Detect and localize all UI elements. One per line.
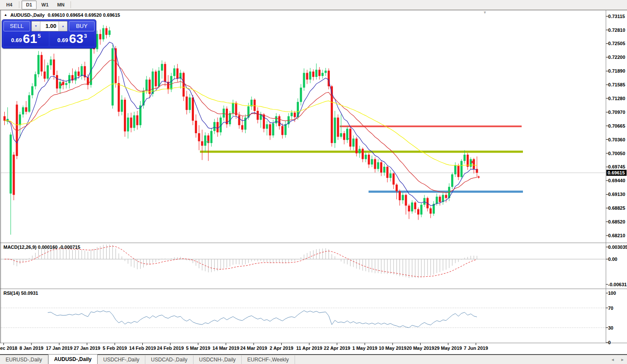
- price-axis-label: 0.71280: [608, 96, 625, 101]
- price-axis-label: 0.69130: [608, 192, 625, 197]
- sell-price-prefix: 0.69: [11, 37, 22, 43]
- price-axis-label: 0.68210: [608, 233, 625, 238]
- price-axis-label: 0.70050: [608, 151, 625, 156]
- date-axis-label: 5 Feb 2019: [103, 346, 127, 351]
- volume-decrease-button[interactable]: ▼: [32, 21, 40, 31]
- buy-price-big: 63: [69, 32, 83, 45]
- price-axis-label: 0.72505: [608, 41, 625, 46]
- tab-audusd-daily[interactable]: AUDUSD-,Daily: [48, 354, 98, 364]
- rsi-axis-label: 0: [608, 340, 611, 345]
- date-axis-label: 17 Jan 2019: [46, 346, 73, 351]
- rsi-label: RSI(14) 50.0931: [3, 291, 38, 296]
- price-axis-label: 0.71890: [608, 68, 625, 73]
- buy-price-prefix: 0.69: [57, 37, 68, 43]
- one-click-trade-panel: SELL ▼ 1.00 ▲ BUY 0.69 61 5 0.69 63 3: [2, 19, 96, 49]
- date-axis-label: 2 Apr 2019: [270, 346, 293, 351]
- price-axis-label: 0.70970: [608, 110, 625, 115]
- macd-axis-label: 0.00: [608, 257, 617, 262]
- ema-fast-line: [5, 42, 477, 205]
- tab-scroll-right-button[interactable]: ►: [621, 358, 624, 362]
- rsi-line: [48, 311, 477, 328]
- date-axis-label: 7 Jun 2019: [464, 346, 488, 351]
- date-axis-label: 14 Feb 2019: [129, 346, 156, 351]
- buy-price-display[interactable]: 0.69 63 3: [50, 31, 95, 46]
- date-axis-label: 30 Dec 2018: [0, 346, 17, 351]
- chart-tab-bar: EURUSD-,DailyAUDUSD-,DailyUSDCHF-,DailyU…: [0, 354, 627, 364]
- date-axis-label: 29 May 2019: [434, 346, 462, 351]
- date-axis-label: 8 Jan 2019: [19, 346, 43, 351]
- date-axis-label: 11 Apr 2019: [296, 346, 323, 351]
- tab-eurusd-daily[interactable]: EURUSD-,Daily: [0, 355, 48, 364]
- macd-axis-label: 0.003035: [608, 245, 627, 250]
- date-axis-label: 24 Mar 2019: [240, 346, 267, 351]
- tab-usdcnh-daily[interactable]: USDCNH-,Daily: [194, 355, 242, 364]
- price-axis-label: 0.69440: [608, 178, 625, 183]
- price-axis-label: 0.71585: [608, 82, 625, 87]
- date-axis-label: 24 Feb 2019: [157, 346, 184, 351]
- timeframe-button-w1[interactable]: W1: [37, 0, 52, 9]
- macd-label: MACD(12,26,9) 0.000160 -0.000715: [3, 245, 80, 250]
- macd-axis-label: -0.00631: [608, 282, 627, 287]
- date-axis-label: 1 May 2019: [352, 346, 377, 351]
- toolbar-separator: [71, 1, 71, 8]
- price-axis-label: 0.70360: [608, 137, 625, 142]
- price-axis-label: 0.70665: [608, 123, 625, 128]
- price-axis-label: 0.68520: [608, 219, 625, 224]
- date-axis-label: 10 May 2019: [379, 346, 406, 351]
- tab-usdchf-daily[interactable]: USDCHF-,Daily: [98, 355, 145, 364]
- price-chart-canvas[interactable]: [0, 0, 627, 364]
- rsi-axis-label: 100: [608, 291, 616, 296]
- ema-slow-line: [5, 84, 477, 165]
- tab-scroll-left-button[interactable]: ◄: [611, 358, 615, 362]
- sell-price-big: 61: [23, 32, 37, 45]
- timeframe-button-d1[interactable]: D1: [22, 0, 37, 9]
- sell-button[interactable]: SELL: [3, 21, 30, 31]
- price-axis-label: 0.69745: [608, 164, 625, 169]
- tab-usdcad-daily[interactable]: USDCAD-,Daily: [145, 355, 194, 364]
- rsi-axis-label: 30: [608, 325, 613, 330]
- price-axis-label: 0.72810: [608, 28, 625, 33]
- sell-price-pip: 5: [37, 33, 40, 39]
- date-axis-label: 5 Mar 2019: [186, 346, 210, 351]
- price-axis-label: 0.68825: [608, 205, 625, 211]
- volume-increase-button[interactable]: ▲: [58, 21, 67, 31]
- current-price-badge: 0.69615: [606, 170, 627, 176]
- volume-input[interactable]: 1.00: [40, 21, 58, 31]
- timeframe-button-mn[interactable]: MN: [53, 0, 68, 9]
- sell-price-display[interactable]: 0.69 61 5: [3, 31, 49, 46]
- toolbar-separator: [19, 1, 19, 8]
- buy-price-pip: 3: [84, 33, 87, 39]
- buy-button[interactable]: BUY: [69, 21, 95, 31]
- date-axis-label: 27 Jan 2019: [74, 346, 100, 351]
- chart-shift-icon[interactable]: ▼: [483, 10, 487, 15]
- date-axis-label: 20 May 2019: [406, 346, 434, 351]
- volume-control: ▼ 1.00 ▲: [31, 21, 68, 31]
- timeframe-button-h4[interactable]: H4: [2, 0, 17, 9]
- timeframe-toolbar: H4D1W1MN: [0, 0, 627, 10]
- date-axis-label: 22 Apr 2019: [324, 346, 350, 351]
- price-axis-label: 0.72200: [608, 55, 625, 60]
- price-axis-label: 0.73115: [608, 14, 625, 19]
- chart-symbol-title: AUDUSD-,Daily: [10, 12, 45, 18]
- tab-eurchf-weekly[interactable]: EURCHF-,Weekly: [242, 355, 295, 364]
- rsi-axis-label: 70: [608, 306, 613, 311]
- date-axis-label: 14 Mar 2019: [212, 346, 239, 351]
- chart-ohlc-values: 0.69610 0.69654 0.69520 0.69615: [48, 12, 120, 18]
- chart-header: ▲ AUDUSD-,Daily 0.69610 0.69654 0.69520 …: [4, 12, 120, 18]
- mt4-terminal: { "toolbar": { "timeframes": [ {"label":…: [0, 0, 627, 364]
- symbol-marker-icon: ▲: [4, 13, 7, 17]
